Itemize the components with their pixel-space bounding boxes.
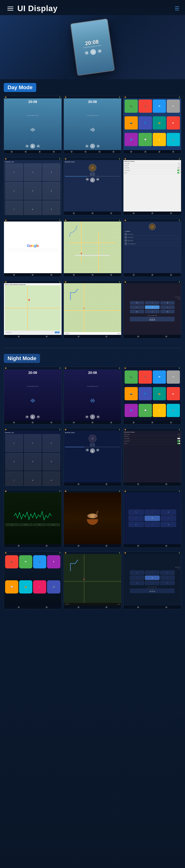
nav-icon-23[interactable] — [32, 274, 34, 276]
n-nav-5[interactable] — [91, 422, 94, 424]
track-1[interactable]: 华乐_01.mp3 — [125, 232, 180, 236]
n-media-play[interactable]: ▶ — [152, 591, 153, 592]
music-play-day[interactable]: ▶ — [90, 178, 95, 183]
n-media-prev[interactable]: ⏮ — [150, 591, 151, 592]
nav-arrow-left[interactable]: ← — [130, 305, 144, 309]
n-nav-arrow-d[interactable]: ↓ — [144, 522, 160, 527]
n-ctrl-mid[interactable]: MID — [33, 523, 46, 526]
n-ctrl-hi[interactable]: HIGH — [47, 523, 60, 526]
nav-icon-24[interactable] — [50, 274, 52, 276]
auto-connect-toggle[interactable] — [177, 169, 180, 171]
n-nav-25[interactable] — [106, 606, 107, 608]
n-key-9[interactable]: 9 — [42, 471, 60, 486]
next-btn-1[interactable]: ▶▶ — [36, 145, 40, 148]
media-play[interactable]: ▶ — [152, 319, 153, 321]
nav-icon-1[interactable] — [11, 151, 12, 153]
auto-answer-toggle[interactable] — [177, 167, 180, 168]
nav-arrow-downright[interactable]: ↘ — [160, 310, 175, 313]
n-nav-22[interactable] — [18, 606, 20, 608]
nav-icon-34[interactable] — [106, 336, 107, 338]
nav-arrow-down[interactable]: ↓ — [145, 310, 159, 313]
key-1[interactable]: 1 — [5, 163, 23, 181]
media-prev[interactable]: ⏮ — [150, 319, 151, 321]
nav-icon-2[interactable] — [25, 151, 27, 153]
n-media-next[interactable]: ⏭ — [154, 591, 155, 592]
key-3[interactable]: 3 — [42, 163, 60, 181]
n-app-web[interactable]: 🌐 — [125, 404, 138, 417]
n-key-8[interactable]: 8 — [24, 471, 42, 486]
app-icon-phone[interactable]: 📞 — [125, 99, 138, 113]
n-nav-19[interactable] — [106, 545, 107, 547]
nav-icon-21[interactable] — [170, 212, 172, 214]
media-next[interactable]: ⏭ — [154, 319, 155, 321]
nav-icon-31[interactable] — [18, 336, 20, 338]
n-cp-l[interactable]: ← — [130, 576, 144, 580]
app-icon-purple[interactable]: 🌐 — [125, 133, 138, 146]
n-next-1[interactable]: ▶▶ — [36, 415, 40, 418]
n-nav-arrow-u[interactable]: ↑ — [144, 509, 160, 515]
app-icon-music[interactable]: 🎵 — [138, 99, 152, 113]
n-nav-arrow-r[interactable]: → — [161, 516, 176, 521]
n-app-camera[interactable]: 📷 — [125, 387, 138, 400]
nav-menu-icon[interactable]: ☰ — [175, 5, 179, 12]
n-nav-6[interactable] — [110, 422, 112, 424]
play-btn-1[interactable]: ▶ — [30, 144, 35, 149]
app-icon-camera[interactable]: 📷 — [125, 116, 138, 129]
next-btn-2[interactable]: ▶▶ — [97, 145, 100, 148]
nav-icon-28[interactable] — [133, 274, 135, 276]
n-nav-13[interactable] — [106, 483, 107, 485]
n-key-2[interactable]: 2 — [24, 434, 42, 452]
n-nav-7[interactable] — [133, 422, 135, 424]
n-ctrl-bass[interactable]: BASS — [19, 523, 32, 526]
n-app-sound[interactable]: 🔊 — [167, 404, 180, 417]
n-cp-ul[interactable]: ↖ — [130, 570, 144, 575]
n-cp-ur[interactable]: ↗ — [160, 570, 175, 575]
app-icon-teal[interactable]: 📻 — [153, 116, 166, 129]
nav-icon-3[interactable] — [39, 151, 41, 153]
nav-arrow-center[interactable]: • — [145, 305, 159, 309]
nav-icon-8[interactable] — [112, 151, 114, 153]
play-btn-2[interactable]: ⏸ — [90, 144, 95, 149]
key-7[interactable]: 7 — [5, 200, 23, 215]
night-music-prev[interactable]: ◀◀ — [85, 448, 89, 452]
track-2[interactable]: 华乐_02.mp3 — [125, 236, 180, 239]
nav-icon-20[interactable] — [151, 212, 153, 214]
n-cp-c[interactable]: • — [145, 576, 159, 580]
n-nav-20[interactable] — [137, 545, 139, 547]
n-nav-16[interactable] — [18, 545, 20, 547]
n-power-toggle[interactable] — [177, 443, 180, 444]
app-icon-settings[interactable]: ⚙ — [167, 99, 180, 113]
google-search-bar[interactable] — [8, 249, 57, 251]
n-nav-8[interactable] — [151, 422, 153, 424]
n-app-radio[interactable]: 📻 — [153, 387, 166, 400]
night-music-next[interactable]: ▶▶ — [96, 448, 100, 452]
nav-arrow-upright[interactable]: ↗ — [160, 301, 175, 305]
n-app-video[interactable]: ▶ — [167, 387, 180, 400]
n-key-3[interactable]: 3 — [42, 434, 60, 452]
n-app-phone[interactable]: 📞 — [125, 370, 138, 384]
nav-icon-36[interactable] — [165, 336, 167, 338]
n-cp-msg[interactable]: 💬 — [5, 580, 18, 593]
nav-icon-9[interactable] — [130, 151, 132, 153]
key-6[interactable]: 6 — [42, 182, 60, 200]
power-toggle[interactable] — [177, 172, 180, 174]
night-music-play[interactable]: ▶ — [90, 448, 95, 453]
n-cp-waze[interactable]: 🔊 — [47, 580, 60, 593]
n-next-2[interactable]: ▶▶ — [97, 415, 100, 418]
n-play-1[interactable]: ▶ — [30, 414, 35, 419]
nav-icon-35[interactable] — [137, 336, 139, 338]
n-app-settings[interactable]: ⚙ — [167, 370, 180, 384]
menu-icon[interactable] — [6, 4, 15, 13]
n-nav-3[interactable] — [50, 422, 52, 424]
app-icon-yellow[interactable]: ⭐ — [153, 133, 166, 146]
n-nav-9[interactable] — [170, 422, 172, 424]
n-cp-r[interactable]: → — [160, 576, 175, 580]
prev-btn-1[interactable]: ◀◀ — [25, 145, 29, 148]
nav-icon-7[interactable] — [99, 151, 100, 153]
n-nav-26[interactable] — [137, 606, 139, 608]
app-icon-green[interactable]: 💬 — [138, 133, 152, 146]
nav-icon-12[interactable] — [173, 151, 174, 153]
n-nav-arrow-l[interactable]: ← — [129, 516, 144, 521]
n-nav-arrow-ul[interactable]: ↖ — [129, 509, 144, 515]
hero-play-btn[interactable]: ⏸ — [90, 49, 97, 55]
